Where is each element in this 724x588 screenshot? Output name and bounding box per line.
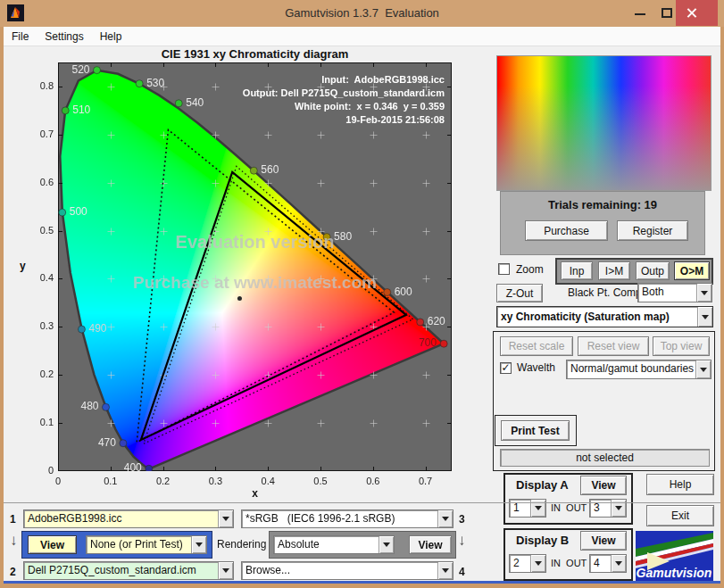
zoom-checkbox[interactable] xyxy=(498,263,510,275)
chevron-down-icon[interactable] xyxy=(530,555,545,572)
wavelength-label-580: 580 xyxy=(334,230,352,243)
display-b-out-select[interactable]: 4 xyxy=(589,554,627,573)
view-left-button[interactable]: View xyxy=(28,535,77,554)
register-button[interactable]: Register xyxy=(617,220,688,241)
inp-button[interactable]: Inp xyxy=(561,261,593,280)
chevron-down-icon[interactable] xyxy=(437,510,453,527)
logo-text: Gamutvision xyxy=(637,566,712,580)
slot3-number: 3 xyxy=(459,513,465,526)
down-arrow-icon: ↓ xyxy=(458,532,466,550)
chart-overlay: Input: AdobeRGB1998.icc Output: Dell P27… xyxy=(58,62,452,471)
chart-title: CIE 1931 xy Chromaticity diagram xyxy=(58,47,452,61)
y-tick-label: 0.3 xyxy=(30,320,54,331)
y-tick-label: 0 xyxy=(30,465,54,476)
watermark-line1: Evaluation version xyxy=(58,232,452,253)
minimize-icon xyxy=(635,13,645,15)
chevron-down-icon[interactable] xyxy=(218,562,233,579)
x-tick-label: 0.4 xyxy=(254,476,281,486)
x-tick-label: 0 xyxy=(45,476,71,486)
print-test-select[interactable]: None (or Print Test) xyxy=(86,535,207,554)
x-tick-label: 0.1 xyxy=(97,476,124,486)
x-axis-label: x xyxy=(58,487,452,500)
chevron-down-icon[interactable] xyxy=(437,562,453,579)
annotation-timestamp: 19-Feb-2015 21:56:08 xyxy=(243,113,445,127)
wavelength-label-520: 520 xyxy=(71,63,89,76)
chevron-down-icon[interactable] xyxy=(695,360,711,378)
wavelength-checkbox[interactable]: ✓ xyxy=(500,362,512,374)
x-tick-label: 0.7 xyxy=(412,476,439,486)
bottom-accent-line xyxy=(4,581,720,584)
watermark-line2: Purchase at www.imatest.com xyxy=(58,273,452,293)
black-pt-comp-label: Black Pt. Comp. xyxy=(568,286,645,299)
wavelength-label-470: 470 xyxy=(98,436,116,449)
output-profile-select[interactable]: Dell P2715Q_custom_standard.icm xyxy=(23,561,234,580)
display-mode-select[interactable]: xy Chromaticity (Saturation map) xyxy=(496,306,713,327)
boundaries-select[interactable]: Normal/gamut boundaries xyxy=(566,360,712,379)
y-axis-label: y xyxy=(20,260,26,272)
chevron-down-icon[interactable] xyxy=(697,307,712,327)
trials-panel: Trials remaining: 19 Purchase Register xyxy=(500,191,705,255)
close-button[interactable] xyxy=(676,0,718,26)
maximize-icon xyxy=(662,8,672,18)
gamutvision-logo: Gamutvision xyxy=(636,531,713,581)
menubar: File Settings Help xyxy=(4,27,720,46)
y-tick-label: 0.8 xyxy=(30,80,54,91)
outp-button[interactable]: Outp xyxy=(636,261,670,280)
down-arrow-icon: ↓ xyxy=(10,532,18,550)
chevron-down-icon[interactable] xyxy=(696,284,712,302)
wavelength-label-540: 540 xyxy=(186,96,204,109)
chevron-down-icon[interactable] xyxy=(191,536,206,553)
slot2-number: 2 xyxy=(10,566,16,578)
rendering-intent-select[interactable]: Absolute xyxy=(273,535,395,554)
reset-scale-button[interactable]: Reset scale xyxy=(500,336,573,356)
input-to-monitor-button[interactable]: I>M xyxy=(598,261,630,280)
wavelength-label-480: 480 xyxy=(80,400,98,412)
y-tick-label: 0.5 xyxy=(30,225,54,236)
slot4-profile-select[interactable]: Browse... xyxy=(241,561,454,580)
reset-view-button[interactable]: Reset view xyxy=(578,336,649,356)
wavelength-checkbox-label: Wavelth xyxy=(517,361,555,374)
display-a-view-button[interactable]: View xyxy=(580,476,627,495)
output-to-monitor-button[interactable]: O>M xyxy=(674,261,710,280)
annotation-input: Input: AdobeRGB1998.icc xyxy=(243,73,445,87)
wavelength-label-490: 490 xyxy=(88,322,106,335)
rendering-label: Rendering xyxy=(217,538,266,551)
menu-file[interactable]: File xyxy=(4,30,37,43)
wavelength-label-600: 600 xyxy=(395,286,412,298)
display-b-title: Display B xyxy=(516,534,569,547)
exit-button[interactable]: Exit xyxy=(646,505,714,526)
x-tick-label: 0.2 xyxy=(150,476,177,486)
bottom-panel-separator xyxy=(4,502,720,503)
y-tick-label: 0.7 xyxy=(30,128,54,139)
x-tick-label: 0.5 xyxy=(307,476,334,486)
chart-annotations: Input: AdobeRGB1998.icc Output: Dell P27… xyxy=(243,73,445,127)
display-b-in-select[interactable]: 2 xyxy=(509,554,546,573)
view-right-button[interactable]: View xyxy=(409,535,452,554)
menu-settings[interactable]: Settings xyxy=(37,30,91,43)
y-tick-label: 0.4 xyxy=(30,272,54,283)
trials-remaining-text: Trials remaining: 19 xyxy=(501,198,704,211)
wavelength-label-510: 510 xyxy=(72,104,90,116)
slot3-profile-select[interactable]: *sRGB (IEC6 1996-2.1 sRGB) xyxy=(241,509,454,528)
slot4-number: 4 xyxy=(459,566,465,578)
wavelength-label-530: 530 xyxy=(146,77,164,89)
black-pt-comp-select[interactable]: Both xyxy=(637,283,712,302)
top-view-button[interactable]: Top view xyxy=(653,336,710,356)
zoom-checkbox-label: Zoom xyxy=(516,263,544,276)
display-a-title: Display A xyxy=(516,478,569,492)
wavelength-label-400: 400 xyxy=(124,461,142,474)
chevron-down-icon[interactable] xyxy=(379,536,394,553)
chevron-down-icon[interactable] xyxy=(611,555,626,572)
status-bar: not selected xyxy=(500,449,710,467)
input-profile-select[interactable]: AdobeRGB1998.icc xyxy=(23,509,234,528)
menu-help[interactable]: Help xyxy=(92,30,130,43)
wavelength-label-700: 700 xyxy=(419,336,437,349)
display-b-view-button[interactable]: View xyxy=(580,531,627,551)
chevron-down-icon[interactable] xyxy=(218,510,233,527)
purchase-button[interactable]: Purchase xyxy=(525,220,608,241)
z-out-button[interactable]: Z-Out xyxy=(496,284,543,302)
print-test-button[interactable]: Print Test xyxy=(501,420,570,441)
wavelength-label-620: 620 xyxy=(428,315,445,327)
minimize-button[interactable] xyxy=(625,0,655,26)
help-button[interactable]: Help xyxy=(646,474,714,495)
